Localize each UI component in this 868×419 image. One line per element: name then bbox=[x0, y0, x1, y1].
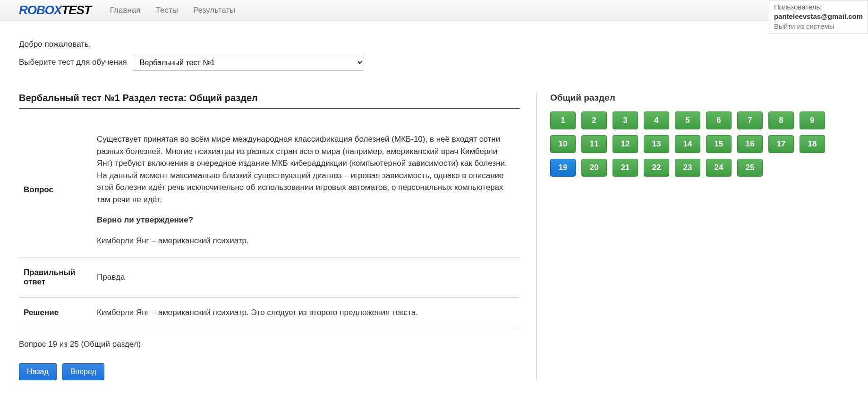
nav-buttons: Назад Вперед bbox=[19, 363, 519, 380]
progress-text: Вопрос 19 из 25 (Общий раздел) bbox=[19, 340, 519, 349]
nav-home[interactable]: Главная bbox=[110, 6, 141, 15]
brand-logo[interactable]: ROBOXTEST bbox=[19, 3, 91, 17]
question-statement: Кимберли Янг – американский психиатр. bbox=[97, 235, 515, 247]
nav-links: Главная Тесты Результаты bbox=[110, 6, 236, 15]
content-row: Вербальный тест №1 Раздел теста: Общий р… bbox=[19, 93, 849, 380]
question-num-7[interactable]: 7 bbox=[737, 111, 763, 129]
question-table: Вопрос Существует принятая во всём мире … bbox=[19, 123, 519, 328]
solution-value: Кимберли Янг – американский психиатр. Эт… bbox=[92, 298, 519, 328]
navbar: ROBOXTEST Главная Тесты Результаты Польз… bbox=[0, 0, 868, 21]
logout-link[interactable]: Выйти из системы bbox=[774, 22, 863, 31]
user-label: Пользователь: bbox=[774, 2, 863, 12]
question-num-14[interactable]: 14 bbox=[675, 135, 700, 153]
question-num-8[interactable]: 8 bbox=[768, 111, 794, 129]
question-num-15[interactable]: 15 bbox=[706, 135, 732, 153]
select-label: Выберите тест для обучения bbox=[19, 58, 127, 67]
left-column: Вербальный тест №1 Раздел теста: Общий р… bbox=[19, 93, 519, 380]
nav-tests[interactable]: Тесты bbox=[156, 6, 178, 15]
question-num-22[interactable]: 22 bbox=[644, 159, 669, 177]
question-num-5[interactable]: 5 bbox=[675, 111, 700, 129]
brand-part-2: TEST bbox=[61, 3, 91, 17]
question-num-2[interactable]: 2 bbox=[581, 111, 607, 129]
question-num-25[interactable]: 25 bbox=[737, 159, 763, 177]
question-ask: Верно ли утверждение? bbox=[97, 214, 515, 226]
solution-row: Решение Кимберли Янг – американский псих… bbox=[19, 298, 519, 328]
solution-label: Решение bbox=[19, 298, 92, 328]
answer-value: Правда bbox=[92, 257, 519, 298]
question-num-24[interactable]: 24 bbox=[706, 159, 732, 177]
question-num-11[interactable]: 11 bbox=[581, 135, 607, 153]
test-select-row: Выберите тест для обучения Вербальный те… bbox=[19, 54, 849, 71]
user-email: panteleevstas@gmail.com bbox=[774, 12, 863, 20]
question-number-grid: 1234567891011121314151617181920212223242… bbox=[550, 111, 839, 177]
question-num-23[interactable]: 23 bbox=[675, 159, 700, 177]
next-button[interactable]: Вперед bbox=[62, 363, 104, 380]
test-select[interactable]: Вербальный тест №1 bbox=[133, 54, 364, 71]
question-label: Вопрос bbox=[19, 123, 92, 257]
question-num-17[interactable]: 17 bbox=[768, 135, 794, 153]
question-num-16[interactable]: 16 bbox=[737, 135, 763, 153]
nav-results[interactable]: Результаты bbox=[193, 6, 236, 15]
answer-label: Правильный ответ bbox=[19, 257, 92, 298]
question-num-6[interactable]: 6 bbox=[706, 111, 732, 129]
brand-part-1: ROBOX bbox=[19, 3, 61, 17]
question-num-19[interactable]: 19 bbox=[550, 159, 576, 177]
question-num-12[interactable]: 12 bbox=[613, 135, 638, 153]
question-num-3[interactable]: 3 bbox=[613, 111, 638, 129]
question-num-13[interactable]: 13 bbox=[644, 135, 669, 153]
question-cell: Существует принятая во всём мире междуна… bbox=[92, 123, 519, 257]
back-button[interactable]: Назад bbox=[19, 363, 57, 380]
welcome-text: Добро пожаловать. bbox=[19, 40, 849, 49]
question-num-20[interactable]: 20 bbox=[581, 159, 607, 177]
test-title: Вербальный тест №1 Раздел теста: Общий р… bbox=[19, 93, 519, 109]
question-num-18[interactable]: 18 bbox=[800, 135, 825, 153]
question-num-21[interactable]: 21 bbox=[613, 159, 638, 177]
question-num-1[interactable]: 1 bbox=[550, 111, 576, 129]
question-num-4[interactable]: 4 bbox=[644, 111, 669, 129]
right-column: Общий раздел 123456789101112131415161718… bbox=[536, 93, 839, 380]
question-num-9[interactable]: 9 bbox=[800, 111, 825, 129]
answer-row: Правильный ответ Правда bbox=[19, 257, 519, 298]
main-container: Добро пожаловать. Выберите тест для обуч… bbox=[0, 21, 868, 399]
question-row: Вопрос Существует принятая во всём мире … bbox=[19, 123, 519, 257]
question-num-10[interactable]: 10 bbox=[550, 135, 576, 153]
question-text: Существует принятая во всём мире междуна… bbox=[97, 133, 515, 205]
section-title: Общий раздел bbox=[550, 93, 839, 103]
user-box: Пользователь: panteleevstas@gmail.com Вы… bbox=[769, 0, 868, 34]
